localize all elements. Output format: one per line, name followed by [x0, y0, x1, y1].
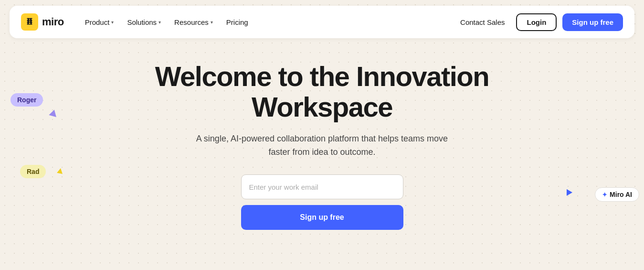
- login-button[interactable]: Login: [516, 13, 557, 31]
- nav-item-resources[interactable]: Resources ▾: [169, 14, 219, 30]
- nav-solutions-label: Solutions: [127, 18, 157, 26]
- nav-product-label: Product: [85, 18, 110, 26]
- hero-section: Welcome to the Innovation Workspace A si…: [0, 38, 644, 230]
- cursor-arrow-yellow: [57, 168, 63, 174]
- email-input[interactable]: [241, 174, 403, 199]
- contact-sales-button[interactable]: Contact Sales: [454, 14, 510, 30]
- nav-resources-label: Resources: [174, 18, 209, 26]
- main-nav: Product ▾ Solutions ▾ Resources ▾ Pricin…: [79, 14, 454, 30]
- signup-nav-button[interactable]: Sign up free: [562, 13, 623, 31]
- logo-link[interactable]: miro: [21, 13, 64, 31]
- cursor-label-roger: Roger: [11, 93, 43, 107]
- chevron-down-icon: ▾: [158, 20, 161, 25]
- chevron-down-icon: ▾: [111, 20, 114, 25]
- nav-item-solutions[interactable]: Solutions ▾: [121, 14, 167, 30]
- navbar-actions: Contact Sales Login Sign up free: [454, 13, 623, 31]
- navbar: miro Product ▾ Solutions ▾ Resources ▾ P…: [10, 6, 634, 38]
- nav-item-product[interactable]: Product ▾: [79, 14, 120, 30]
- cursor-label-rad: Rad: [20, 165, 46, 178]
- miro-wordmark: miro: [42, 16, 64, 28]
- hero-subtitle: A single, AI-powered collaboration platf…: [189, 132, 456, 160]
- cursor-label-miro-ai: ✦ Miro AI: [595, 187, 639, 202]
- hero-title: Welcome to the Innovation Workspace: [127, 61, 518, 122]
- nav-pricing-label: Pricing: [226, 18, 248, 26]
- miro-logo-icon: [21, 13, 38, 31]
- chevron-down-icon: ▾: [211, 20, 213, 25]
- nav-item-pricing[interactable]: Pricing: [221, 14, 254, 30]
- sparkle-icon: ✦: [602, 191, 607, 198]
- signup-hero-button[interactable]: Sign up free: [241, 205, 403, 230]
